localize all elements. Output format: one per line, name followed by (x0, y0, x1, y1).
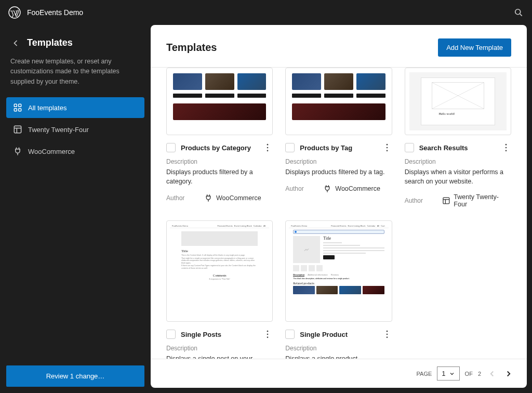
more-icon[interactable] (382, 329, 392, 339)
template-thumbnail[interactable] (166, 68, 273, 135)
back-icon[interactable] (10, 38, 21, 48)
of-label: OF (465, 371, 473, 377)
svg-point-1 (515, 9, 521, 15)
template-card-products-by-category: Products by Category Description Display… (166, 68, 273, 208)
template-card-products-by-tag: Products by Tag Description Displays pro… (285, 68, 392, 208)
svg-rect-3 (14, 104, 17, 107)
site-title: FooEvents Demo (27, 8, 83, 17)
template-thumbnail[interactable] (285, 68, 392, 135)
prev-page-button[interactable] (486, 368, 498, 379)
template-thumbnail[interactable]: Hello world! (405, 68, 511, 135)
template-title[interactable]: Products by Tag (300, 144, 381, 152)
template-description: Displays a single post on your website u… (166, 354, 273, 359)
total-pages: 2 (478, 371, 481, 377)
template-title[interactable]: Products by Category (181, 144, 262, 152)
svg-point-28 (386, 331, 388, 332)
svg-point-29 (386, 334, 388, 335)
description-label: Description (166, 158, 273, 165)
svg-line-2 (520, 14, 522, 16)
template-checkbox[interactable] (285, 143, 295, 152)
svg-point-13 (386, 144, 388, 146)
template-checkbox[interactable] (166, 330, 176, 339)
svg-point-22 (267, 331, 269, 332)
next-page-button[interactable] (503, 368, 514, 379)
template-description: Displays products filtered by a tag. (285, 167, 392, 177)
template-title[interactable]: Single Product (300, 331, 381, 338)
layout-icon (442, 196, 451, 205)
sidebar-item-label: Twenty Twenty-Four (28, 126, 89, 134)
description-label: Description (166, 345, 273, 352)
template-author: Twenty Twenty-Four (442, 193, 511, 208)
template-card-single-product: FooEvents DemoFeatured EventsEvent Listi… (285, 220, 392, 359)
chevron-down-icon (449, 371, 455, 377)
template-thumbnail[interactable]: FooEvents DemoFeatured EventsEvent Listi… (285, 220, 392, 322)
template-card-search-results: Hello world! Search Results Description … (405, 68, 511, 208)
svg-point-14 (386, 147, 388, 149)
svg-point-23 (267, 334, 269, 335)
svg-point-18 (506, 150, 507, 152)
plug-icon (12, 146, 23, 156)
sidebar-description: Create new templates, or reset any custo… (6, 57, 144, 97)
description-label: Description (285, 345, 392, 352)
svg-point-12 (267, 150, 269, 152)
sidebar-item-twenty-twenty-four[interactable]: Twenty Twenty-Four (6, 119, 144, 140)
review-changes-button[interactable]: Review 1 change… (6, 365, 144, 387)
sidebar-item-label: WooCommerce (28, 148, 75, 155)
template-description: Displays when a visitor performs a searc… (405, 167, 511, 186)
pagination: PAGE 1 OF 2 (151, 359, 527, 388)
wordpress-logo (8, 6, 21, 19)
svg-point-15 (386, 150, 388, 152)
author-label: Author (166, 194, 204, 202)
sidebar: Templates Create new templates, or reset… (0, 25, 151, 393)
main: Templates Add New Template Pr (151, 25, 527, 388)
more-icon[interactable] (501, 142, 511, 153)
svg-rect-6 (19, 109, 21, 111)
add-new-template-button[interactable]: Add New Template (438, 38, 511, 57)
template-author: WooCommerce (323, 184, 380, 193)
more-icon[interactable] (262, 142, 273, 153)
template-author: WooCommerce (204, 193, 261, 203)
template-description: Displays a single product. (285, 354, 392, 359)
template-thumbnail[interactable]: FooEvents DemoFeatured EventsEvent Listi… (166, 220, 273, 322)
grid-icon (12, 102, 23, 113)
template-description: Displays products filtered by a category… (166, 167, 273, 186)
search-icon[interactable] (513, 7, 524, 18)
template-checkbox[interactable] (285, 330, 295, 339)
plug-icon (204, 193, 213, 203)
svg-rect-7 (14, 126, 21, 133)
template-title[interactable]: Search Results (419, 144, 501, 152)
sidebar-item-label: All templates (28, 104, 66, 112)
topbar: FooEvents Demo (0, 0, 532, 25)
svg-rect-19 (443, 198, 449, 204)
template-title[interactable]: Single Posts (181, 331, 262, 338)
svg-point-17 (506, 147, 507, 149)
plug-icon (323, 184, 332, 193)
sidebar-title: Templates (27, 37, 73, 48)
sidebar-item-all-templates[interactable]: All templates (6, 97, 144, 118)
more-icon[interactable] (382, 142, 392, 153)
svg-point-24 (267, 337, 269, 338)
description-label: Description (285, 158, 392, 165)
svg-point-10 (267, 144, 269, 146)
more-icon[interactable] (262, 329, 273, 339)
description-label: Description (405, 158, 511, 165)
sidebar-item-woocommerce[interactable]: WooCommerce (6, 141, 144, 162)
author-label: Author (285, 185, 323, 192)
page-title: Templates (166, 42, 217, 54)
svg-point-11 (267, 147, 269, 149)
svg-rect-5 (14, 109, 17, 111)
template-checkbox[interactable] (166, 143, 176, 152)
chevron-left-icon (487, 369, 497, 378)
page-label: PAGE (417, 371, 432, 377)
template-checkbox[interactable] (405, 143, 414, 152)
svg-rect-4 (19, 104, 21, 107)
author-label: Author (405, 197, 442, 204)
svg-point-30 (386, 337, 388, 338)
template-card-single-posts: FooEvents DemoFeatured EventsEvent Listi… (166, 220, 273, 359)
page-select[interactable]: 1 (437, 366, 459, 381)
svg-point-16 (506, 144, 507, 146)
chevron-right-icon (504, 369, 513, 378)
layout-icon (12, 124, 23, 135)
